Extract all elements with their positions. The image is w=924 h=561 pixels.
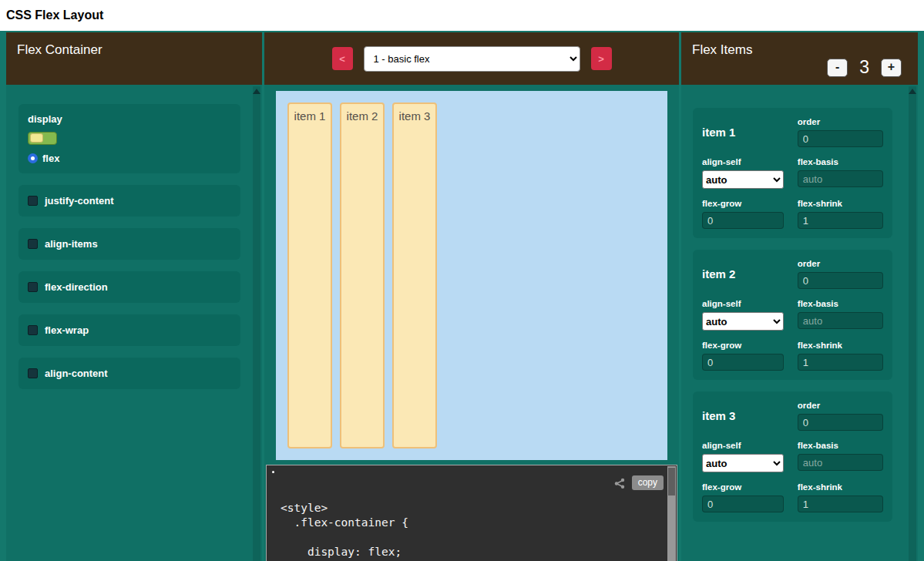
item-3-flex-shrink-input[interactable] (798, 495, 883, 512)
item-2-card: item 2 order align-self auto flex-basis … (693, 250, 892, 380)
item-3-align-self-field: align-self auto (702, 441, 784, 472)
item-3-card: item 3 order align-self auto flex-basis … (693, 391, 892, 522)
remove-item-button[interactable]: - (827, 59, 848, 77)
flex-shrink-label: flex-shrink (798, 341, 883, 350)
code-text: <style> .flex-container { display: flex; (281, 501, 677, 559)
item-3-order-input[interactable] (798, 414, 883, 431)
item-2-align-self-field: align-self auto (702, 299, 784, 331)
item-2-align-self-select[interactable]: auto (702, 312, 784, 331)
prev-example-button[interactable]: < (332, 47, 353, 70)
align-self-label: align-self (702, 157, 784, 166)
align-self-label: align-self (702, 441, 784, 450)
align-items-label: align-items (45, 238, 98, 250)
display-toggle[interactable] (28, 132, 57, 145)
right-panel-scrollbar[interactable] (909, 86, 916, 561)
display-card: display flex (18, 104, 240, 173)
flex-grow-label: flex-grow (702, 482, 784, 492)
flex-radio[interactable] (28, 153, 38, 163)
flex-grow-label: flex-grow (702, 341, 784, 350)
flex-basis-label: flex-basis (798, 299, 883, 308)
flex-grow-label: flex-grow (702, 199, 784, 208)
code-scrollbar[interactable] (667, 466, 676, 561)
item-count-controls: - 3 + (827, 57, 902, 78)
item-1-flex-grow-input[interactable] (702, 212, 784, 229)
item-1-flex-grow-field: flex-grow (702, 199, 784, 229)
order-label: order (798, 259, 883, 268)
item-3-align-self-select[interactable]: auto (702, 454, 784, 472)
section-align-content[interactable]: align-content (18, 358, 240, 389)
main-area: Flex Container display flex justify-cont… (0, 31, 924, 561)
code-scrollbar-thumb[interactable] (668, 468, 675, 495)
item-1-flex-shrink-input[interactable] (798, 212, 883, 229)
item-1-order-input[interactable] (798, 130, 883, 147)
item-1-align-self-field: align-self auto (702, 157, 784, 189)
flex-container-panel-body: display flex justify-content align-items… (6, 85, 262, 561)
align-content-checkbox[interactable] (28, 368, 38, 378)
demo-item-2: item 2 (340, 102, 385, 448)
preview-panel: < 1 - basic flex > item 1 item 2 item 3 (264, 32, 679, 561)
item-1-flex-basis-input[interactable] (798, 170, 883, 187)
item-2-flex-grow-input[interactable] (702, 354, 784, 371)
flex-shrink-label: flex-shrink (798, 482, 883, 492)
display-flex-option: flex (28, 153, 231, 164)
order-label: order (798, 401, 883, 410)
display-toggle-knob (30, 133, 43, 143)
item-3-title: item 3 (702, 409, 784, 422)
flex-items-panel-title: Flex Items (692, 42, 752, 57)
flex-items-panel-body: item 1 order align-self auto flex-basis … (681, 85, 918, 561)
order-label: order (798, 117, 883, 126)
align-self-label: align-self (702, 299, 784, 308)
item-3-flex-grow-field: flex-grow (702, 482, 784, 512)
item-3-order-field: order (798, 401, 883, 431)
next-example-button[interactable]: > (591, 47, 612, 70)
item-2-order-input[interactable] (798, 272, 883, 289)
flex-demo-container: item 1 item 2 item 3 (276, 91, 667, 460)
section-flex-wrap[interactable]: flex-wrap (18, 314, 240, 346)
section-justify-content[interactable]: justify-content (18, 185, 240, 217)
page-title: CSS Flex Layout (6, 8, 103, 22)
item-3-flex-basis-field: flex-basis (798, 441, 883, 472)
demo-item-3: item 3 (392, 102, 437, 448)
flex-items-panel: Flex Items - 3 + item 1 order align-self… (681, 32, 918, 561)
example-select[interactable]: 1 - basic flex (364, 46, 580, 72)
section-align-items[interactable]: align-items (18, 228, 240, 260)
flex-radio-label: flex (42, 153, 59, 164)
preview-header: < 1 - basic flex > (264, 32, 679, 85)
justify-content-label: justify-content (45, 195, 114, 207)
flex-items-panel-header: Flex Items - 3 + (681, 32, 918, 85)
item-2-order-field: order (798, 259, 883, 289)
preview-body: item 1 item 2 item 3 copy (264, 85, 679, 561)
flex-container-panel: Flex Container display flex justify-cont… (6, 32, 262, 561)
align-content-label: align-content (45, 368, 108, 379)
item-2-flex-shrink-input[interactable] (798, 354, 883, 371)
add-item-button[interactable]: + (881, 59, 902, 77)
align-items-checkbox[interactable] (28, 239, 38, 249)
item-3-flex-basis-input[interactable] (798, 454, 883, 471)
code-toolbar: copy (613, 475, 664, 490)
copy-button[interactable]: copy (632, 475, 664, 490)
item-2-flex-grow-field: flex-grow (702, 341, 784, 371)
item-2-flex-basis-field: flex-basis (798, 299, 883, 331)
demo-item-1: item 1 (287, 102, 332, 448)
flex-direction-label: flex-direction (45, 281, 108, 293)
item-2-title: item 2 (702, 267, 784, 280)
item-1-flex-shrink-field: flex-shrink (798, 199, 883, 229)
scroll-up-arrow-icon[interactable] (909, 89, 916, 94)
share-icon[interactable] (613, 477, 626, 489)
left-panel-scrollbar[interactable] (253, 86, 260, 561)
flex-basis-label: flex-basis (798, 441, 883, 450)
item-1-order-field: order (798, 117, 883, 147)
justify-content-checkbox[interactable] (28, 196, 38, 206)
flex-direction-checkbox[interactable] (28, 282, 38, 292)
section-flex-direction[interactable]: flex-direction (18, 271, 240, 303)
item-3-flex-grow-input[interactable] (702, 495, 784, 512)
item-1-align-self-select[interactable]: auto (702, 170, 784, 189)
flex-basis-label: flex-basis (798, 157, 883, 166)
scroll-up-arrow-icon[interactable] (253, 89, 260, 94)
display-label: display (28, 113, 231, 125)
item-3-flex-shrink-field: flex-shrink (798, 482, 883, 512)
code-panel: copy <style> .flex-container { display: … (266, 465, 677, 561)
item-2-flex-basis-input[interactable] (798, 312, 883, 329)
item-1-card: item 1 order align-self auto flex-basis … (693, 108, 892, 238)
flex-wrap-checkbox[interactable] (28, 325, 38, 335)
